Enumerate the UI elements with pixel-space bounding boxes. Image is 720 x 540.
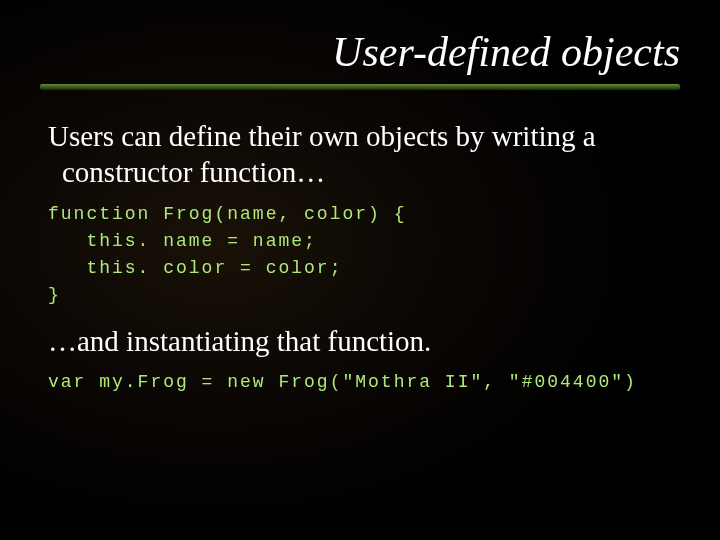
slide: User-defined objects Users can define th… xyxy=(0,0,720,540)
slide-title: User-defined objects xyxy=(0,0,720,84)
body-paragraph-2: …and instantiating that function. xyxy=(48,323,672,359)
code-block-1: function Frog(name, color) { this. name … xyxy=(48,201,672,309)
code-block-2: var my.Frog = new Frog("Mothra II", "#00… xyxy=(48,369,672,396)
body-paragraph-1: Users can define their own objects by wr… xyxy=(48,118,672,191)
slide-body: Users can define their own objects by wr… xyxy=(0,90,720,396)
